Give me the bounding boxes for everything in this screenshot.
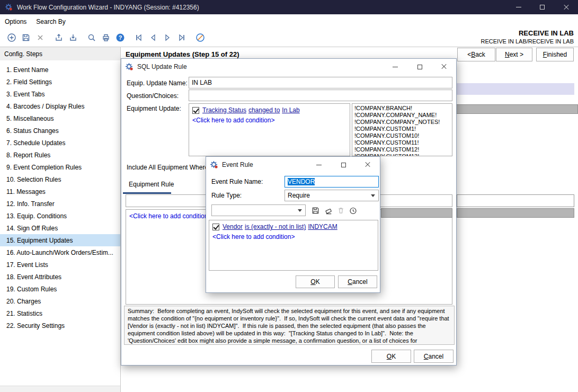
delete-button[interactable] xyxy=(33,31,47,44)
sidebar-item[interactable]: 21. Statistics xyxy=(0,307,120,319)
import-icon xyxy=(68,33,78,42)
event-ok-button[interactable]: OK xyxy=(296,275,335,288)
menu-search-by[interactable]: Search By xyxy=(31,14,70,29)
equipment-rule-tab[interactable]: Equipment Rule xyxy=(129,181,174,188)
rule-type-combo[interactable]: Require xyxy=(284,190,379,201)
tab-indicator xyxy=(123,192,171,194)
event-rule-line: Vendor is (exactly - not in list) INDYCA… xyxy=(212,223,375,230)
save-rule-button[interactable] xyxy=(310,205,321,216)
minimize-button[interactable] xyxy=(506,0,530,14)
saved-rule-combo[interactable] xyxy=(211,204,306,216)
nav-first-button[interactable] xyxy=(132,31,146,44)
sidebar-item[interactable]: 12. Info. Transfer xyxy=(0,198,120,210)
include-equipment-label: Include All Equipment Where xyxy=(127,164,208,171)
sidebar-item[interactable]: 5. Miscellaneous xyxy=(0,112,120,124)
export-button[interactable] xyxy=(52,31,66,44)
maximize-button[interactable] xyxy=(331,157,355,173)
window-title: Work Flow Configuration Wizard - INDYANG… xyxy=(17,4,199,11)
event-condition-panel: Vendor is (exactly - not in list) INDYCA… xyxy=(209,220,378,271)
menu-options[interactable]: Options xyxy=(0,14,31,29)
sidebar-item[interactable]: 4. Barcodes / Display Rules xyxy=(0,100,120,112)
token-list-item[interactable]: !COMPANY.CUSTOM12! xyxy=(353,146,451,153)
equipment-update-label: Equipment Update: xyxy=(127,105,181,112)
close-icon xyxy=(563,4,570,11)
event-rule-checkbox[interactable] xyxy=(212,224,219,230)
history-button[interactable] xyxy=(348,205,358,216)
token-list-item[interactable]: !COMPANY.COMPANY_NOTES! xyxy=(353,119,451,126)
print-button[interactable] xyxy=(99,31,113,44)
sidebar-item[interactable]: 2. Field Settings xyxy=(0,76,120,88)
sidebar-item[interactable]: 14. Sign Off Rules xyxy=(0,222,120,234)
back-button[interactable]: < Back xyxy=(457,48,495,61)
event-cancel-button[interactable]: Cancel xyxy=(338,275,377,288)
sidebar-item[interactable]: 9. Event Completion Rules xyxy=(0,161,120,173)
sql-cancel-button[interactable]: Cancel xyxy=(414,350,453,363)
rule-object-link[interactable]: INDYCAM xyxy=(308,223,337,230)
search-button[interactable] xyxy=(85,31,99,44)
sql-dialog-titlebar: SQL Update Rule xyxy=(121,59,456,75)
update-name-field[interactable]: IN LAB xyxy=(189,77,452,88)
sidebar-item[interactable]: 17. Event Lists xyxy=(0,259,120,271)
finished-button[interactable]: Finished xyxy=(536,48,574,61)
sidebar-item[interactable]: 1. Event Name xyxy=(0,64,120,76)
delete-rule-button[interactable] xyxy=(335,205,346,216)
maximize-button[interactable] xyxy=(530,0,554,14)
help-button[interactable]: ? xyxy=(113,31,127,44)
token-list-item[interactable]: !COMPANY.BRANCH! xyxy=(353,105,451,112)
close-button[interactable] xyxy=(432,59,456,75)
sidebar-item[interactable]: 11. Messages xyxy=(0,185,120,198)
rule-subject-link[interactable]: Vendor xyxy=(223,223,243,230)
sidebar-item[interactable]: 20. Charges xyxy=(0,295,120,307)
maximize-button[interactable] xyxy=(407,59,432,75)
rule-object-link[interactable]: In Lab xyxy=(282,106,299,114)
sidebar-item[interactable]: 3. Event Tabs xyxy=(0,88,120,100)
update-rule-checkbox[interactable] xyxy=(192,107,199,114)
minimize-button[interactable] xyxy=(307,157,331,173)
rule-subject-link[interactable]: Tracking Status xyxy=(202,106,246,114)
import-button[interactable] xyxy=(66,31,80,44)
sidebar-item[interactable]: 6. Status Changes xyxy=(0,124,120,137)
nav-last-button[interactable] xyxy=(175,31,189,44)
menubar: Options Search By xyxy=(0,14,578,29)
sidebar-item[interactable]: 22. Security Settings xyxy=(0,319,120,332)
sidebar-item[interactable]: 15. Equipment Updates xyxy=(0,234,120,246)
token-list-item[interactable]: !COMPANY.CUSTOM1! xyxy=(353,126,451,132)
minimize-button[interactable] xyxy=(383,59,407,75)
sidebar-item[interactable]: 8. Report Rules xyxy=(0,149,120,161)
question-choices-field[interactable] xyxy=(189,90,452,101)
rule-type-label: Rule Type: xyxy=(211,192,242,199)
background-row-header-2 xyxy=(457,208,574,218)
rule-verb-link[interactable]: changed to xyxy=(248,106,280,114)
sidebar-item[interactable]: 19. Custom Rules xyxy=(0,283,120,295)
event-rule-name-field[interactable]: VENDOR xyxy=(284,176,379,188)
sidebar-item[interactable]: 7. Schedule Updates xyxy=(0,137,120,149)
add-condition-link[interactable]: <Click here to add condition> xyxy=(192,117,346,124)
compass-button[interactable] xyxy=(193,31,207,44)
clear-rule-button[interactable] xyxy=(323,205,334,216)
close-button[interactable] xyxy=(554,0,578,14)
sidebar-item[interactable]: 13. Equip. Conditions xyxy=(0,210,120,222)
next-button[interactable]: Next > xyxy=(496,48,532,61)
minimize-icon xyxy=(316,165,322,165)
nav-next-button[interactable] xyxy=(161,31,174,44)
summary-box: Summary: Before completing an event, Ind… xyxy=(124,306,455,345)
nav-prev-button[interactable] xyxy=(146,31,160,44)
sidebar-item[interactable]: 16. Auto-Launch/Work Orders/Estim... xyxy=(0,246,120,259)
add-button[interactable] xyxy=(5,31,19,44)
sidebar-item[interactable]: 18. Event Attributes xyxy=(0,271,120,283)
sql-ok-button[interactable]: OK xyxy=(371,350,411,363)
close-button[interactable] xyxy=(355,157,380,173)
token-list: !COMPANY.BRANCH!!COMPANY.COMPANY_NAME!!C… xyxy=(352,103,452,156)
sidebar-horizontal-scrollbar[interactable] xyxy=(0,386,120,392)
token-list-item[interactable]: !COMPANY.CUSTOM11! xyxy=(353,139,451,146)
rule-verb-link[interactable]: is (exactly - not in list) xyxy=(245,223,306,230)
export-icon xyxy=(54,33,64,42)
save-button[interactable] xyxy=(19,31,33,44)
nav-first-icon xyxy=(134,33,144,42)
token-list-item[interactable]: !COMPANY.COMPANY_NAME! xyxy=(353,112,451,119)
add-condition-link[interactable]: <Click here to add condition> xyxy=(212,233,375,240)
sidebar-item[interactable]: 10. Selection Rules xyxy=(0,173,120,185)
token-list-item[interactable]: !COMPANY.CUSTOM10! xyxy=(353,132,451,139)
print-icon xyxy=(101,33,111,42)
update-rule-line: Tracking Status changed to In Lab xyxy=(192,106,346,114)
